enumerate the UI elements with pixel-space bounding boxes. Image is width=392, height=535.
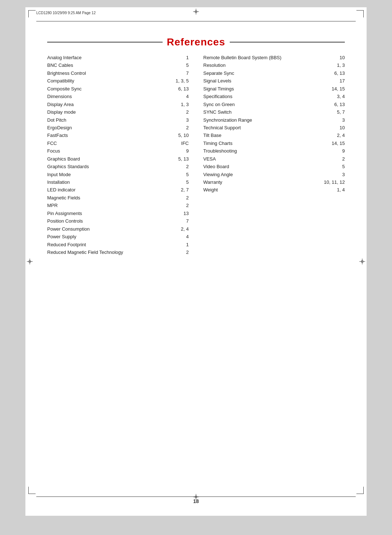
entry-page: 2 xyxy=(171,202,189,209)
entry-term: FastFacts xyxy=(47,131,171,139)
header-info: LCD1280 10/29/99 9:25 AM Page 12 xyxy=(36,11,95,15)
entry-page: 5, 13 xyxy=(171,155,189,163)
left-entry: Position Controls 7 xyxy=(47,217,189,225)
entry-page: 14, 15 xyxy=(327,85,345,93)
entry-term: Magnetic Fields xyxy=(47,194,171,202)
entry-term: Viewing Angle xyxy=(203,171,327,178)
entry-term: Reduced Magnetic Field Technology xyxy=(47,248,171,256)
entry-term: Video Board xyxy=(203,163,327,170)
entry-page: 7 xyxy=(171,217,189,225)
entry-term: Pin Assignments xyxy=(47,210,171,217)
right-entry: SYNC Switch 5, 7 xyxy=(203,108,345,116)
left-entry: Compatibility 1, 3, 5 xyxy=(47,77,189,85)
entry-term: Tilt Base xyxy=(203,131,327,139)
entry-page: 10, 11, 12 xyxy=(324,178,345,186)
title-line-left xyxy=(47,42,163,42)
entry-page: 3 xyxy=(327,171,345,178)
entry-term: Dot Pitch xyxy=(47,116,171,124)
entry-term: Power Supply xyxy=(47,233,171,240)
left-entry: Brightness Control 7 xyxy=(47,69,189,77)
entry-page: 9 xyxy=(171,147,189,155)
entry-term: Display mode xyxy=(47,108,171,116)
left-entry: Display Area 1, 3 xyxy=(47,101,189,108)
entry-page: 13 xyxy=(171,210,189,217)
crosshair-left xyxy=(27,259,33,264)
entry-page: 1, 4 xyxy=(327,186,345,194)
entry-term: Position Controls xyxy=(47,217,171,225)
page-number: 18 xyxy=(193,498,199,504)
right-entry: Specifications 3, 4 xyxy=(203,93,345,100)
entry-term: Dimensions xyxy=(47,93,171,100)
entry-page: 5 xyxy=(171,171,189,178)
entry-page: 5, 7 xyxy=(327,108,345,116)
right-entry: Troubleshooting 9 xyxy=(203,147,345,155)
entry-term: Display Area xyxy=(47,101,171,108)
entry-term: Troubleshooting xyxy=(203,147,327,155)
entry-page: 7 xyxy=(171,69,189,77)
main-content: References Analog Interface 1 BNC Cables… xyxy=(25,18,367,278)
left-entry: ErgoDesign 2 xyxy=(47,124,189,131)
top-separator-line xyxy=(36,21,356,21)
entry-term: MPR xyxy=(47,202,171,209)
page: LCD1280 10/29/99 9:25 AM Page 12 Referen… xyxy=(25,7,367,516)
left-entry: Reduced Magnetic Field Technology 2 xyxy=(47,248,189,256)
left-entry: LED indicator 2, 7 xyxy=(47,186,189,194)
entry-page: 6, 13 xyxy=(327,101,345,108)
corner-mark-tl xyxy=(28,10,36,17)
entry-page: 5 xyxy=(171,178,189,186)
entry-term: Brightness Control xyxy=(47,69,171,77)
left-entry: Display mode 2 xyxy=(47,108,189,116)
entry-page: 2 xyxy=(327,155,345,163)
entry-page: 1, 3 xyxy=(327,61,345,69)
entry-page: 2, 4 xyxy=(171,225,189,233)
entry-term: Timing Charts xyxy=(203,139,327,147)
entry-term: Separate Sync xyxy=(203,69,327,77)
right-entry: Synchronization Range 3 xyxy=(203,116,345,124)
left-entry: FastFacts 5, 10 xyxy=(47,131,189,139)
entry-page: 1 xyxy=(171,54,189,61)
entry-page: 5, 10 xyxy=(171,131,189,139)
entry-term: Remote Bulletin Board System (BBS) xyxy=(203,54,327,61)
right-entry: Separate Sync 6, 13 xyxy=(203,69,345,77)
entry-page: 5 xyxy=(171,61,189,69)
entry-page: 2, 4 xyxy=(327,131,345,139)
entry-page: 2 xyxy=(171,194,189,202)
entry-term: Input Mode xyxy=(47,171,171,178)
corner-mark-br xyxy=(356,487,364,494)
entry-page: 4 xyxy=(171,93,189,100)
page-title: References xyxy=(163,36,230,48)
entry-page: 5 xyxy=(327,163,345,170)
left-entry: Pin Assignments 13 xyxy=(47,210,189,217)
left-entry: Dimensions 4 xyxy=(47,93,189,100)
index-table: Analog Interface 1 BNC Cables 5 Brightne… xyxy=(47,54,345,256)
crosshair-top xyxy=(193,9,199,15)
entry-page: 3, 4 xyxy=(327,93,345,100)
entry-term: Graphics Board xyxy=(47,155,171,163)
entry-term: VESA xyxy=(203,155,327,163)
corner-mark-bl xyxy=(28,487,36,494)
left-column: Analog Interface 1 BNC Cables 5 Brightne… xyxy=(47,54,189,256)
entry-page: 14, 15 xyxy=(327,139,345,147)
entry-term: Signal Timings xyxy=(203,85,327,93)
entry-page: 3 xyxy=(171,116,189,124)
entry-term: Composite Sync xyxy=(47,85,171,93)
entry-page: 1, 3, 5 xyxy=(171,77,189,85)
left-entry: Analog Interface 1 xyxy=(47,54,189,61)
right-entry: Warranty 10, 11, 12 xyxy=(203,178,345,186)
title-row: References xyxy=(47,36,345,48)
entry-page: 2, 7 xyxy=(171,186,189,194)
entry-term: ErgoDesign xyxy=(47,124,171,131)
entry-page: 6, 13 xyxy=(327,69,345,77)
left-entry: FCC IFC xyxy=(47,139,189,147)
right-entry: Technical Support 10 xyxy=(203,124,345,131)
entry-term: Technical Support xyxy=(203,124,327,131)
crosshair-right xyxy=(359,259,365,264)
entry-term: Analog Interface xyxy=(47,54,171,61)
entry-term: Focus xyxy=(47,147,171,155)
right-entry: Remote Bulletin Board System (BBS) 10 xyxy=(203,54,345,61)
right-entry: Viewing Angle 3 xyxy=(203,171,345,178)
left-entry: MPR 2 xyxy=(47,202,189,209)
right-entry: Signal Timings 14, 15 xyxy=(203,85,345,93)
left-entry: Input Mode 5 xyxy=(47,171,189,178)
right-entry: Timing Charts 14, 15 xyxy=(203,139,345,147)
